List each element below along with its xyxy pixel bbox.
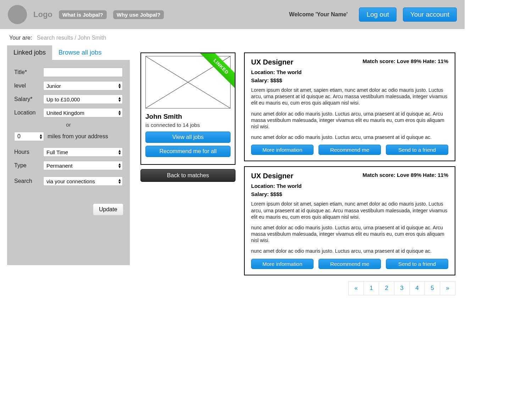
job-card: UX Designer Match score: Love 89% Hate: … [244, 166, 455, 275]
send-friend-button[interactable]: Send to a friend [386, 145, 448, 155]
chevron-updown-icon: ▴▾ [118, 96, 121, 102]
location-label: Location [14, 110, 40, 116]
send-friend-button[interactable]: Send to a friend [386, 259, 448, 269]
recommend-me-button[interactable]: Recommend me [318, 145, 381, 155]
welcome-text: Welcome 'Your Name' [289, 11, 348, 18]
match-score: Match score: Love 89% Hate: 11% [362, 58, 448, 64]
nav-what-is[interactable]: What is Jobpal? [59, 10, 107, 19]
job-description: Lorem ipsum dolor sit amet, sapien etiam… [251, 201, 448, 254]
job-location: Location: The world [251, 183, 448, 189]
page-1[interactable]: 1 [364, 281, 379, 295]
miles-value: 0 [17, 133, 21, 140]
location-value: United Kingdom [46, 110, 84, 116]
page-prev[interactable]: « [348, 281, 364, 295]
title-input[interactable] [43, 68, 123, 77]
profile-card: LINKED John Smith is connected to 14 job… [140, 52, 235, 165]
page-5[interactable]: 5 [425, 281, 440, 295]
miles-suffix: miles from your address [48, 133, 108, 140]
filters-panel: Title* level Junior ▴▾ Salary* Up to £10… [7, 60, 130, 265]
breadcrumb: Your are: Search results / John Smith [0, 29, 465, 45]
page-next[interactable]: » [440, 281, 455, 295]
chevron-updown-icon: ▴▾ [118, 163, 121, 168]
view-all-jobs-button[interactable]: View all jobs [145, 132, 231, 143]
level-label: level [14, 83, 40, 89]
title-label: Title* [14, 69, 40, 76]
job-location: Location: The world [251, 69, 448, 75]
back-to-matches-button[interactable]: Back to matches [140, 169, 235, 182]
job-title: UX Designer [251, 58, 293, 66]
hours-select[interactable]: Full Time ▴▾ [43, 147, 123, 157]
job-card: UX Designer Match score: Love 89% Hate: … [244, 52, 455, 161]
tab-linked-jobs[interactable]: Linked jobs [7, 45, 52, 60]
logo-icon [8, 5, 27, 24]
breadcrumb-prefix: Your are: [9, 35, 32, 41]
recommend-all-button[interactable]: Recommend me for all [145, 146, 231, 157]
job-salary: Salary: $$$$ [251, 77, 448, 83]
logout-button[interactable]: Log out [359, 7, 396, 22]
account-button[interactable]: Your account [403, 7, 457, 22]
chevron-updown-icon: ▴▾ [118, 83, 121, 89]
topbar: Logo What is Jobpal? Why use Jobpal? Wel… [0, 0, 465, 29]
level-value: Junior [46, 83, 61, 89]
type-select[interactable]: Permanent ▴▾ [43, 161, 123, 170]
salary-value: Up to £10,000 [46, 96, 80, 102]
level-select[interactable]: Junior ▴▾ [43, 81, 123, 90]
chevron-updown-icon: ▴▾ [40, 134, 42, 139]
type-value: Permanent [46, 163, 72, 169]
tab-browse-all[interactable]: Browse all jobs [52, 45, 108, 60]
page-3[interactable]: 3 [394, 281, 410, 295]
chevron-updown-icon: ▴▾ [118, 178, 121, 184]
location-select[interactable]: United Kingdom ▴▾ [43, 108, 123, 117]
nav-why-use[interactable]: Why use Jobpal? [113, 10, 164, 19]
hours-label: Hours [14, 149, 40, 155]
search-label: Search [14, 178, 40, 184]
job-description: Lorem ipsum dolor sit amet, sapien etiam… [251, 87, 448, 140]
search-select[interactable]: via your connections ▴▾ [43, 177, 123, 186]
pagination: « 1 2 3 4 5 » [244, 281, 455, 295]
page-4[interactable]: 4 [409, 281, 425, 295]
or-text: or [14, 122, 123, 128]
breadcrumb-path: Search results / John Smith [37, 35, 106, 41]
profile-image-placeholder [145, 56, 231, 108]
search-value: via your connections [46, 178, 95, 184]
hours-value: Full Time [46, 149, 68, 155]
salary-select[interactable]: Up to £10,000 ▴▾ [43, 95, 123, 104]
job-title: UX Designer [251, 172, 293, 180]
chevron-updown-icon: ▴▾ [118, 110, 121, 116]
job-salary: Salary: $$$$ [251, 191, 448, 197]
more-info-button[interactable]: More information [251, 145, 314, 155]
update-button[interactable]: Update [93, 203, 123, 216]
more-info-button[interactable]: More information [251, 259, 314, 269]
logo-text: Logo [33, 10, 52, 19]
salary-label: Salary* [14, 96, 40, 102]
profile-sub: is connected to 14 jobs [145, 122, 231, 128]
type-label: Type [14, 162, 40, 169]
chevron-updown-icon: ▴▾ [118, 149, 121, 155]
miles-select[interactable]: 0 ▴▾ [14, 132, 44, 141]
match-score: Match score: Love 89% Hate: 11% [362, 172, 448, 178]
page-2[interactable]: 2 [379, 281, 394, 295]
recommend-me-button[interactable]: Recommend me [318, 259, 381, 269]
profile-name: John Smith [145, 113, 231, 121]
